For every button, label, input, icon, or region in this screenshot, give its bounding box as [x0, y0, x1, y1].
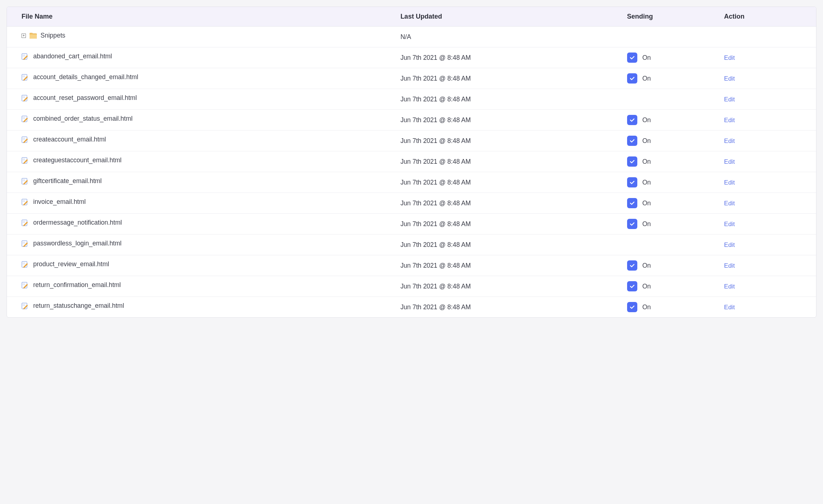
- sending-label: On: [642, 158, 651, 166]
- sending-checkbox[interactable]: [627, 115, 637, 125]
- file-updated: Jun 7th 2021 @ 8:48 AM: [395, 47, 622, 68]
- file-name[interactable]: createaccount_email.html: [33, 136, 106, 143]
- sending-label: On: [642, 303, 651, 311]
- file-edit-icon: [22, 95, 28, 101]
- sending-checkbox[interactable]: [627, 177, 637, 187]
- edit-link[interactable]: Edit: [724, 241, 735, 248]
- sending-checkbox[interactable]: [627, 136, 637, 146]
- table-row: passwordless_login_email.htmlJun 7th 202…: [7, 234, 816, 255]
- file-name[interactable]: return_statuschange_email.html: [33, 302, 124, 310]
- file-name[interactable]: return_confirmation_email.html: [33, 281, 121, 289]
- edit-link[interactable]: Edit: [724, 117, 735, 124]
- file-edit-icon: [22, 157, 28, 164]
- sending-label: On: [642, 137, 651, 145]
- table-row: account_reset_password_email.htmlJun 7th…: [7, 89, 816, 110]
- file-name[interactable]: combined_order_status_email.html: [33, 115, 132, 123]
- file-updated: Jun 7th 2021 @ 8:48 AM: [395, 110, 622, 131]
- file-edit-icon: [22, 261, 28, 268]
- folder-updated: N/A: [395, 27, 622, 47]
- file-edit-icon: [22, 53, 28, 60]
- file-updated: Jun 7th 2021 @ 8:48 AM: [395, 172, 622, 193]
- edit-link[interactable]: Edit: [724, 158, 735, 165]
- col-header-action: Action: [719, 7, 816, 27]
- sending-label: On: [642, 75, 651, 82]
- file-updated: Jun 7th 2021 @ 8:48 AM: [395, 68, 622, 89]
- file-edit-icon: [22, 282, 28, 288]
- file-name[interactable]: product_review_email.html: [33, 260, 109, 268]
- sending-label: On: [642, 199, 651, 207]
- file-name[interactable]: passwordless_login_email.html: [33, 240, 121, 247]
- folder-row: + Snippets N/A: [7, 27, 816, 47]
- sending-label: On: [642, 179, 651, 186]
- file-updated: Jun 7th 2021 @ 8:48 AM: [395, 193, 622, 214]
- edit-link[interactable]: Edit: [724, 200, 735, 207]
- sending-label: On: [642, 116, 651, 124]
- col-header-updated: Last Updated: [395, 7, 622, 27]
- sending-checkbox[interactable]: [627, 281, 637, 291]
- sending-checkbox[interactable]: [627, 73, 637, 84]
- file-updated: Jun 7th 2021 @ 8:48 AM: [395, 297, 622, 318]
- file-name[interactable]: giftcertificate_email.html: [33, 177, 102, 185]
- edit-link[interactable]: Edit: [724, 137, 735, 144]
- table-row: ordermessage_notification.htmlJun 7th 20…: [7, 214, 816, 234]
- file-updated: Jun 7th 2021 @ 8:48 AM: [395, 89, 622, 110]
- edit-link[interactable]: Edit: [724, 283, 735, 290]
- sending-checkbox[interactable]: [627, 219, 637, 229]
- file-edit-icon: [22, 116, 28, 122]
- file-name[interactable]: createguestaccount_email.html: [33, 156, 121, 164]
- file-edit-icon: [22, 303, 28, 309]
- file-updated: Jun 7th 2021 @ 8:48 AM: [395, 131, 622, 151]
- file-name[interactable]: invoice_email.html: [33, 198, 86, 206]
- expand-icon[interactable]: +: [22, 34, 26, 38]
- table-row: account_details_changed_email.htmlJun 7t…: [7, 68, 816, 89]
- table-row: return_statuschange_email.htmlJun 7th 20…: [7, 297, 816, 318]
- table-row: invoice_email.htmlJun 7th 2021 @ 8:48 AM…: [7, 193, 816, 214]
- edit-link[interactable]: Edit: [724, 262, 735, 269]
- file-name[interactable]: account_reset_password_email.html: [33, 94, 137, 102]
- file-name[interactable]: account_details_changed_email.html: [33, 73, 138, 81]
- sending-checkbox[interactable]: [627, 198, 637, 208]
- file-edit-icon: [22, 220, 28, 226]
- sending-checkbox[interactable]: [627, 302, 637, 312]
- file-name[interactable]: abandoned_cart_email.html: [33, 53, 112, 60]
- email-templates-table: File Name Last Updated Sending Action + …: [7, 7, 816, 318]
- table-header-row: File Name Last Updated Sending Action: [7, 7, 816, 27]
- sending-label: On: [642, 283, 651, 290]
- table-row: return_confirmation_email.htmlJun 7th 20…: [7, 276, 816, 297]
- table-row: createguestaccount_email.htmlJun 7th 202…: [7, 151, 816, 172]
- edit-link[interactable]: Edit: [724, 304, 735, 311]
- file-edit-icon: [22, 178, 28, 185]
- file-name[interactable]: ordermessage_notification.html: [33, 219, 122, 226]
- sending-checkbox[interactable]: [627, 156, 637, 167]
- file-updated: Jun 7th 2021 @ 8:48 AM: [395, 214, 622, 234]
- table-row: createaccount_email.htmlJun 7th 2021 @ 8…: [7, 131, 816, 151]
- file-updated: Jun 7th 2021 @ 8:48 AM: [395, 234, 622, 255]
- folder-name[interactable]: Snippets: [40, 32, 65, 39]
- edit-link[interactable]: Edit: [724, 96, 735, 103]
- table-row: product_review_email.htmlJun 7th 2021 @ …: [7, 255, 816, 276]
- file-edit-icon: [22, 136, 28, 143]
- col-header-sending: Sending: [622, 7, 719, 27]
- edit-link[interactable]: Edit: [724, 54, 735, 61]
- edit-link[interactable]: Edit: [724, 179, 735, 186]
- sending-label: On: [642, 262, 651, 270]
- table-row: abandoned_cart_email.htmlJun 7th 2021 @ …: [7, 47, 816, 68]
- file-updated: Jun 7th 2021 @ 8:48 AM: [395, 276, 622, 297]
- edit-link[interactable]: Edit: [724, 75, 735, 82]
- sending-checkbox[interactable]: [627, 260, 637, 271]
- sending-checkbox[interactable]: [627, 53, 637, 63]
- folder-icon: [30, 33, 37, 39]
- file-edit-icon: [22, 240, 28, 247]
- edit-link[interactable]: Edit: [724, 221, 735, 228]
- file-updated: Jun 7th 2021 @ 8:48 AM: [395, 255, 622, 276]
- file-edit-icon: [22, 199, 28, 205]
- sending-label: On: [642, 54, 651, 62]
- table-row: combined_order_status_email.htmlJun 7th …: [7, 110, 816, 131]
- file-updated: Jun 7th 2021 @ 8:48 AM: [395, 151, 622, 172]
- file-edit-icon: [22, 74, 28, 81]
- table-row: giftcertificate_email.htmlJun 7th 2021 @…: [7, 172, 816, 193]
- col-header-file: File Name: [7, 7, 395, 27]
- sending-label: On: [642, 220, 651, 228]
